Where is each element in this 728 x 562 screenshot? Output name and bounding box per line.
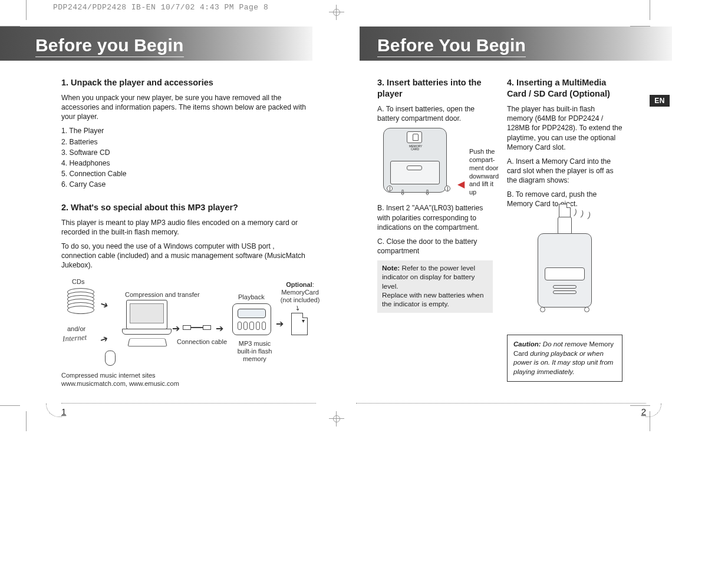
- battery-door-diagram: MEMORY CARD ⇩⇩ ◀: [377, 128, 466, 199]
- page-number: 1: [61, 406, 66, 416]
- crop-tick: [26, 411, 27, 431]
- heading-memorycard: 4. Inserting a MultiMedia Card / SD Card…: [507, 77, 622, 100]
- crop-tick: [26, 0, 27, 20]
- memory-card-icon: ▾: [291, 313, 308, 335]
- list-item: 6. Carry Case: [61, 180, 307, 189]
- section-title-bar: Before You Begin: [360, 27, 672, 61]
- section-title: Before you Begin: [35, 35, 184, 57]
- label-cable: Connection cable: [177, 338, 227, 346]
- page-left: Before you Begin 1. Unpack the player an…: [26, 27, 312, 404]
- computer-icon: [126, 300, 167, 348]
- footnote-sites: Compressed music internet sites www.musi…: [61, 372, 179, 388]
- unpack-intro: When you unpack your new player, be sure…: [61, 93, 307, 121]
- column-memorycard: 4. Inserting a MultiMedia Card / SD Card…: [507, 77, 622, 382]
- usb-cable-icon: [183, 323, 211, 332]
- arrow-icon: ➔: [216, 322, 223, 335]
- accessory-list: 1. The Player 2. Batteries 3. Software C…: [61, 126, 307, 189]
- special-p2: To do so, you need the use of a Windows …: [61, 242, 307, 270]
- arrow-icon: ➔: [172, 322, 180, 335]
- arrow-icon: ➔: [276, 318, 284, 330]
- section-title-bar: Before you Begin: [0, 27, 312, 61]
- page-right: EN Before You Begin 3. Insert batteries …: [360, 27, 646, 404]
- section-title: Before You Begin: [377, 35, 526, 57]
- label-compression: Compression and transfer: [125, 290, 200, 299]
- workflow-diagram: CDs and/or Internet ➔ ➔ Compression and …: [61, 276, 307, 388]
- special-p1: This player is meant to play MP3 audio f…: [61, 218, 307, 237]
- label-player-caption: MP3 music built-in flash memory: [233, 340, 276, 363]
- heading-unpack: 1. Unpack the player and accessories: [61, 77, 307, 88]
- step-c: C. Close the door to the battery compart…: [377, 237, 493, 256]
- list-item: 3. Software CD: [61, 148, 307, 157]
- label-playback: Playback: [238, 293, 265, 302]
- page-thumb-cut: [61, 403, 316, 404]
- list-item: 1. The Player: [61, 126, 307, 135]
- arrow-icon: ➔: [98, 297, 110, 312]
- registration-mark: [331, 414, 342, 424]
- column-batteries: 3. Insert batteries into the player A. T…: [377, 77, 493, 382]
- label-optional: Optional: MemoryCard (not included): [279, 281, 321, 305]
- list-item: 2. Batteries: [61, 137, 307, 147]
- list-item: 4. Headphones: [61, 158, 307, 168]
- page-thumb-cut: [356, 403, 646, 404]
- caution-box: Caution: Do not remove Memory Card durin…: [507, 335, 622, 382]
- label-andor: and/or: [67, 325, 85, 333]
- push-door-note: Push the compart-ment door downward and …: [469, 148, 502, 197]
- memorycard-intro: The player has built-in flash memory (64…: [507, 104, 622, 151]
- insert-card-diagram: ) ) ): [529, 217, 600, 317]
- mp3-player-icon: [232, 303, 271, 335]
- registration-mark: [331, 7, 342, 18]
- crop-tick: [0, 405, 20, 406]
- list-item: 5. Connection Cable: [61, 169, 307, 178]
- heading-special: 2. What's so special about this MP3 play…: [61, 202, 307, 213]
- heading-batteries: 3. Insert batteries into the player: [377, 77, 493, 100]
- language-tab: EN: [650, 95, 670, 107]
- arrow-icon: ➔: [98, 332, 110, 346]
- step-a: A. Insert a Memory Card into the card sl…: [507, 157, 622, 185]
- cd-stack-icon: [67, 288, 94, 323]
- print-slug: PDP2424/PDP2428 IB-EN 10/7/02 4:43 PM Pa…: [53, 3, 268, 12]
- step-b: B. Insert 2 "AAA"(LR03) batteries with p…: [377, 203, 493, 232]
- step-a: A. To insert batteries, open the battery…: [377, 104, 493, 123]
- page-number: 2: [641, 406, 646, 416]
- label-cds: CDs: [72, 277, 84, 286]
- crop-tick: [650, 0, 650, 20]
- label-internet: Internet: [62, 332, 87, 343]
- battery-note-box: Note: Refer to the power level indicator…: [377, 260, 493, 313]
